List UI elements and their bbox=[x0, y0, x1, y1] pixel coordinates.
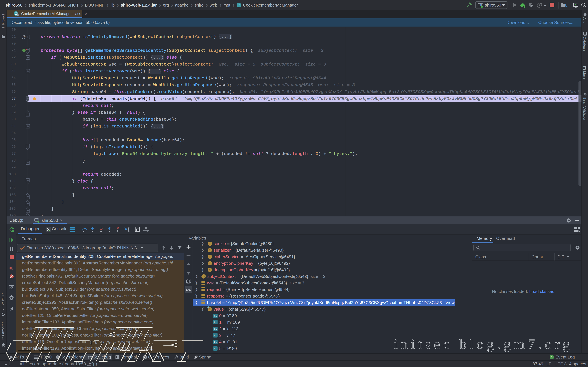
svg-text:I: I bbox=[24, 49, 24, 52]
